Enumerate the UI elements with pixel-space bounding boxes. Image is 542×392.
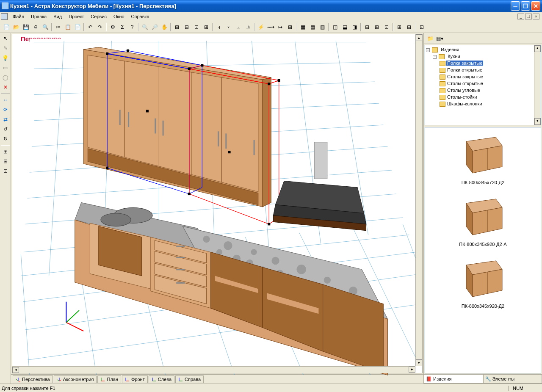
pan-button[interactable]: ✋: [160, 22, 169, 32]
tool-a-button[interactable]: ⚙: [108, 22, 117, 32]
close-button[interactable]: ✕: [531, 1, 540, 11]
minimize-button[interactable]: ─: [511, 1, 520, 11]
tree-item-label[interactable]: Столы открытые: [446, 81, 484, 86]
tool-c1[interactable]: ▭: [1, 63, 10, 72]
mdi-minimize-button[interactable]: _: [517, 14, 524, 19]
new-button[interactable]: 📄: [2, 22, 11, 32]
preview-button[interactable]: 🔍: [41, 22, 50, 32]
save-button[interactable]: 💾: [21, 22, 30, 32]
tool-b3-button[interactable]: ↦: [276, 22, 285, 32]
distrib-3-button[interactable]: ⫠: [234, 22, 243, 32]
tree-item-label[interactable]: Полки закрытые: [446, 61, 483, 66]
viewport-scrollbar-h[interactable]: ◂ ▸: [12, 366, 415, 373]
open-button[interactable]: 📂: [11, 22, 21, 32]
layout-1-button[interactable]: ◫: [330, 22, 340, 32]
preview-item[interactable]: ПК-800х345х720-Д2: [429, 131, 537, 185]
print-button[interactable]: 🖨: [31, 22, 40, 32]
menu-window[interactable]: Окно: [110, 13, 128, 20]
tool-b2-button[interactable]: ⟿: [266, 22, 275, 32]
layout-7-button[interactable]: ⊞: [395, 22, 404, 32]
redo-button[interactable]: ↷: [95, 22, 105, 32]
group-tool[interactable]: ⊞: [1, 147, 10, 156]
mdi-close-button[interactable]: ×: [533, 14, 539, 19]
tree-item-label[interactable]: Столы закрытые: [446, 74, 484, 79]
tree-item[interactable]: Столы-стойки: [440, 94, 540, 100]
view-mode-button[interactable]: ▦▾: [435, 34, 444, 43]
layout-5-button[interactable]: ⊞: [372, 22, 382, 32]
distrib-2-button[interactable]: ⫟: [224, 22, 233, 32]
layout-8-button[interactable]: ⊟: [404, 22, 414, 32]
layout-4-button[interactable]: ⊟: [362, 22, 372, 32]
viewport-scrollbar-v[interactable]: ▴ ▾: [415, 34, 422, 366]
tree-root[interactable]: Изделия: [440, 47, 460, 52]
layout-3-button[interactable]: ◨: [350, 22, 359, 32]
distrib-1-button[interactable]: ⫞: [214, 22, 224, 32]
grid-1-button[interactable]: ▦: [298, 22, 307, 32]
layout-9-button[interactable]: ⊡: [417, 22, 426, 32]
sum-button[interactable]: Σ: [118, 22, 127, 32]
move-tool[interactable]: ↔: [1, 95, 10, 105]
zoom-out-button[interactable]: 🔎: [150, 22, 159, 32]
mirror-tool[interactable]: ⇄: [1, 115, 10, 124]
zoom-in-button[interactable]: 🔍: [140, 22, 149, 32]
cut-button[interactable]: ✂: [53, 22, 63, 32]
dims-tool[interactable]: ⊡: [1, 166, 10, 176]
viewport[interactable]: Перспектива: [12, 34, 423, 373]
tree-item[interactable]: Столы закрытые: [440, 73, 540, 80]
rotate-tool[interactable]: ⟳: [1, 105, 10, 114]
tree-toggle-icon[interactable]: −: [433, 55, 437, 59]
align-3-button[interactable]: ⊡: [192, 22, 201, 32]
paste-button[interactable]: 📄: [73, 22, 82, 32]
tree-item[interactable]: Полки открытые: [440, 66, 540, 73]
tree-item-label[interactable]: Столы-стойки: [446, 94, 478, 99]
rotate-left-tool[interactable]: ↺: [1, 124, 10, 134]
tree-toggle-icon[interactable]: −: [426, 48, 430, 52]
tab-elements[interactable]: 🔧 Элементы: [483, 375, 542, 384]
align-1-button[interactable]: ⊞: [172, 22, 182, 32]
tool-c2[interactable]: ◯: [1, 73, 10, 82]
mdi-restore-button[interactable]: ❐: [525, 14, 532, 19]
layout-6-button[interactable]: ⊡: [382, 22, 391, 32]
grid-3-button[interactable]: ▥: [318, 22, 327, 32]
tree-item[interactable]: Шкафы-колонки: [440, 100, 540, 107]
tool-b4-button[interactable]: ⊞: [285, 22, 295, 32]
tab-products[interactable]: 📕 Изделия: [424, 375, 483, 384]
preview-item[interactable]: ПК-800х345х920-Д2: [429, 254, 537, 309]
menu-edit[interactable]: Правка: [28, 13, 50, 20]
copy-button[interactable]: 📋: [63, 22, 72, 32]
tree-item-label[interactable]: Полки открытые: [446, 67, 483, 72]
catalog-button[interactable]: 📁: [426, 34, 435, 43]
preview-item[interactable]: ПК-800х345х920-Д2-А: [429, 193, 537, 247]
menu-service[interactable]: Сервис: [87, 13, 110, 20]
menu-project[interactable]: Проект: [65, 13, 87, 20]
maximize-button[interactable]: ❐: [521, 1, 530, 11]
distrib-4-button[interactable]: ⫡: [243, 22, 253, 32]
menu-file[interactable]: Файл: [9, 13, 28, 20]
preview-list[interactable]: ПК-800х345х720-Д2ПК-800х345х920-Д2-АПК-8…: [425, 127, 541, 373]
help-button[interactable]: ?: [127, 22, 137, 32]
tree-item-label[interactable]: Столы угловые: [446, 88, 481, 93]
draw-tool[interactable]: ✎: [1, 44, 10, 53]
menu-help[interactable]: Справка: [128, 13, 153, 20]
delete-tool[interactable]: ✕: [1, 83, 10, 92]
ungroup-tool[interactable]: ⊟: [1, 157, 10, 166]
align-4-button[interactable]: ⊞: [202, 22, 211, 32]
tree-item[interactable]: Полки закрытые: [440, 60, 540, 66]
grid-2-button[interactable]: ▤: [308, 22, 317, 32]
tree-child[interactable]: Кухни: [447, 54, 461, 59]
tree-view[interactable]: − Изделия − Кухни Полки закрытыеПолки от…: [425, 45, 541, 125]
tree-item[interactable]: Столы угловые: [440, 87, 540, 94]
select-tool[interactable]: ↖: [1, 34, 10, 43]
light-tool[interactable]: 💡: [1, 53, 10, 63]
viewport-canvas[interactable]: [12, 34, 422, 379]
mdi-app-icon[interactable]: [1, 13, 8, 20]
undo-button[interactable]: ↶: [86, 22, 95, 32]
align-2-button[interactable]: ⊟: [182, 22, 191, 32]
tree-scrollbar[interactable]: ▴ ▾: [534, 45, 541, 125]
rotate-right-tool[interactable]: ↻: [1, 134, 10, 144]
tree-item-label[interactable]: Шкафы-колонки: [446, 101, 483, 106]
tool-b1-button[interactable]: ⚡: [256, 22, 265, 32]
layout-2-button[interactable]: ⬓: [340, 22, 349, 32]
menu-view[interactable]: Вид: [50, 13, 65, 20]
tree-item[interactable]: Столы открытые: [440, 80, 540, 87]
